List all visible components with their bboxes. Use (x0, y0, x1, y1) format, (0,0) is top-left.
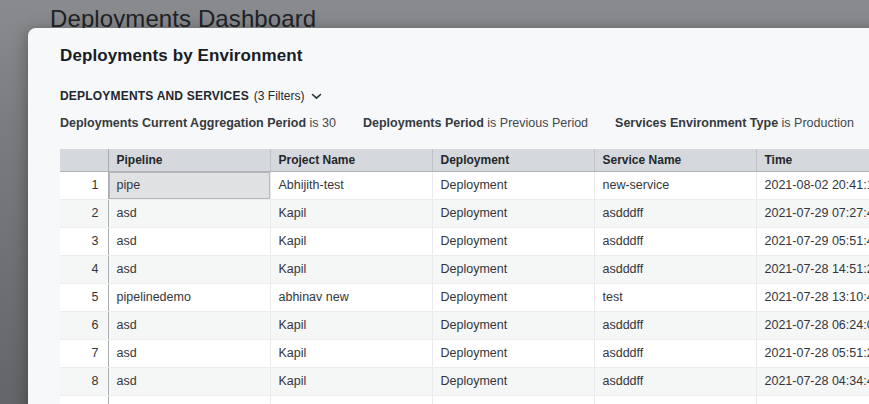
cell-service-name[interactable]: asdddff (594, 255, 756, 283)
cell-service-name[interactable]: test (594, 283, 756, 311)
cell-deployment[interactable]: Deployment (432, 311, 594, 339)
cell-deployment[interactable]: Deployment (432, 255, 594, 283)
table-body: 1 pipe Abhijith-test Deployment new-serv… (60, 171, 869, 404)
active-filters: Deployments Current Aggregation Period i… (60, 116, 869, 130)
cell-time[interactable]: 2021-07-28 05:51:28 (756, 339, 869, 367)
column-header-deployment[interactable]: Deployment (432, 149, 594, 171)
cell-pipeline[interactable]: asd (108, 227, 270, 255)
cell-service-name[interactable]: asdddff (594, 339, 756, 367)
cell-service-name[interactable]: asdddff (594, 199, 756, 227)
table-row: 4 asd Kapil Deployment asdddff 2021-07-2… (60, 255, 869, 283)
cell-project-name[interactable]: Kapil (270, 199, 432, 227)
row-number: 4 (60, 255, 108, 283)
cell-service-name[interactable]: asdddff (594, 311, 756, 339)
cell-pipeline[interactable]: asd (108, 339, 270, 367)
cell-time[interactable]: 2021-07-28 14:51:23 (756, 255, 869, 283)
column-header-service-name[interactable]: Service Name (594, 149, 756, 171)
cell-project-name[interactable]: Kapil (270, 339, 432, 367)
cell-time[interactable]: 2021-07-29 05:51:45 (756, 227, 869, 255)
row-number: 2 (60, 199, 108, 227)
cell-pipeline[interactable]: asd (108, 199, 270, 227)
cell-service-name[interactable]: asdddff (594, 395, 756, 404)
table-row: 3 asd Kapil Deployment asdddff 2021-07-2… (60, 227, 869, 255)
filter-deployments-period: Deployments Period is Previous Period (363, 116, 588, 130)
corner-header (60, 149, 108, 171)
cell-project-name[interactable]: Kapil (270, 395, 432, 404)
table-header-row: Pipeline Project Name Deployment Service… (60, 149, 869, 171)
cell-project-name[interactable]: Kapil (270, 227, 432, 255)
cell-service-name[interactable]: asdddff (594, 227, 756, 255)
table-row: 6 asd Kapil Deployment asdddff 2021-07-2… (60, 311, 869, 339)
cell-deployment[interactable]: Deployment (432, 339, 594, 367)
deployments-table: Pipeline Project Name Deployment Service… (60, 149, 869, 404)
cell-deployment[interactable]: Deployment (432, 395, 594, 404)
row-number: 9 (60, 395, 108, 404)
cell-project-name[interactable]: Kapil (270, 311, 432, 339)
screen: Deployments Dashboard Deployments by Env… (0, 0, 869, 404)
cell-deployment[interactable]: Deployment (432, 199, 594, 227)
table-row: 1 pipe Abhijith-test Deployment new-serv… (60, 171, 869, 199)
cell-project-name[interactable]: Abhijith-test (270, 171, 432, 199)
column-header-project-name[interactable]: Project Name (270, 149, 432, 171)
table-row: 2 asd Kapil Deployment asdddff 2021-07-2… (60, 199, 869, 227)
cell-pipeline[interactable]: pipelinedemo (108, 283, 270, 311)
table-row: 7 asd Kapil Deployment asdddff 2021-07-2… (60, 339, 869, 367)
cell-time[interactable]: 2021-08-02 20:41:18 (756, 171, 869, 199)
column-header-pipeline[interactable]: Pipeline (108, 149, 270, 171)
deployments-by-environment-panel: Deployments by Environment DEPLOYMENTS A… (28, 28, 869, 404)
cell-time[interactable]: 2021-07-28 04:04:41 (756, 395, 869, 404)
cell-pipeline[interactable]: asd (108, 395, 270, 404)
row-number: 1 (60, 171, 108, 199)
cell-service-name[interactable]: new-service (594, 171, 756, 199)
row-number: 6 (60, 311, 108, 339)
cell-time[interactable]: 2021-07-28 04:34:45 (756, 367, 869, 395)
cell-project-name[interactable]: Kapil (270, 255, 432, 283)
column-header-time[interactable]: Time (756, 149, 869, 171)
filter-count: (3 Filters) (254, 89, 305, 103)
filter-aggregation-period: Deployments Current Aggregation Period i… (60, 116, 336, 130)
table-row: 9 asd Kapil Deployment asdddff 2021-07-2… (60, 395, 869, 404)
panel-title: Deployments by Environment (60, 46, 869, 66)
cell-time[interactable]: 2021-07-29 07:27:44 (756, 199, 869, 227)
row-number: 7 (60, 339, 108, 367)
cell-project-name[interactable]: Kapil (270, 367, 432, 395)
table-row: 5 pipelinedemo abhinav new Deployment te… (60, 283, 869, 311)
cell-time[interactable]: 2021-07-28 06:24:00 (756, 311, 869, 339)
cell-pipeline[interactable]: pipe (108, 171, 270, 199)
cell-pipeline[interactable]: asd (108, 255, 270, 283)
cell-deployment[interactable]: Deployment (432, 283, 594, 311)
cell-deployment[interactable]: Deployment (432, 227, 594, 255)
row-number: 3 (60, 227, 108, 255)
cell-pipeline[interactable]: asd (108, 311, 270, 339)
cell-pipeline[interactable]: asd (108, 367, 270, 395)
cell-time[interactable]: 2021-07-28 13:10:46 (756, 283, 869, 311)
filter-group-label: DEPLOYMENTS AND SERVICES (60, 89, 249, 103)
cell-project-name[interactable]: abhinav new (270, 283, 432, 311)
table-row: 8 asd Kapil Deployment asdddff 2021-07-2… (60, 367, 869, 395)
cell-deployment[interactable]: Deployment (432, 171, 594, 199)
cell-deployment[interactable]: Deployment (432, 367, 594, 395)
chevron-down-icon[interactable] (311, 93, 322, 100)
row-number: 8 (60, 367, 108, 395)
filter-environment-type: Services Environment Type is Production (615, 116, 854, 130)
filter-expander[interactable]: DEPLOYMENTS AND SERVICES (3 Filters) (60, 89, 322, 103)
cell-service-name[interactable]: asdddff (594, 367, 756, 395)
row-number: 5 (60, 283, 108, 311)
